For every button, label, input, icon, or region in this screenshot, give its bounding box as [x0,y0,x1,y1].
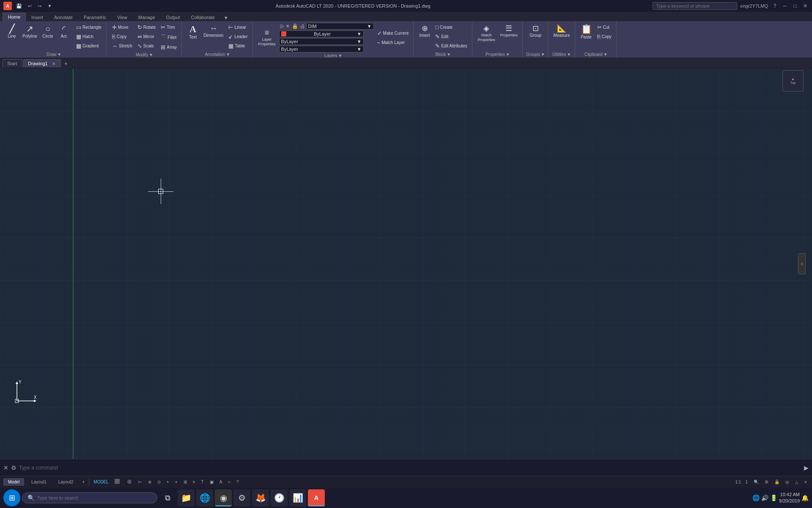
cmd-settings-btn[interactable]: ⚙ [11,464,16,471]
chrome-btn[interactable]: ◉ [215,489,232,506]
match-layer-button[interactable]: ~Match Layer [375,38,411,47]
task-view-btn[interactable]: ⧉ [159,489,176,506]
start-tab[interactable]: Start [3,59,22,67]
clipboard-group-label[interactable]: Clipboard ▼ [584,52,608,57]
mirror-button[interactable]: ⇔Mirror [135,32,158,41]
bylayer-lineweight-dropdown[interactable]: ByLayer ▼ [279,46,364,52]
model-mode-btn[interactable]: MODEL [92,479,110,485]
qat-undo-btn[interactable]: ↩ [26,3,33,10]
add-tab-btn[interactable]: + [62,59,70,68]
measure-button[interactable]: 📐 Measure [551,23,572,40]
groups-group-label[interactable]: Groups ▼ [526,52,545,57]
hatch-button[interactable]: ▦Hatch [74,32,104,41]
anno-monitor-btn[interactable]: △ [793,479,800,485]
polyline-button[interactable]: ↗ Polyline [20,23,39,41]
ducs-btn[interactable]: ⌖ [173,479,179,486]
customize-btn[interactable]: ≡ [803,479,809,485]
edge-btn[interactable]: 🌐 [196,489,213,506]
maximize-btn[interactable]: □ [792,3,798,9]
group-button[interactable]: ⊡ Group [527,23,543,40]
line-button[interactable]: ╱ Line [4,23,19,41]
am-btn[interactable]: A [218,479,224,485]
settings-app-btn[interactable]: ⚙ [233,489,250,506]
snap-btn[interactable] [125,478,134,486]
tpy-btn[interactable]: T [200,479,206,485]
rotate-button[interactable]: ↻Rotate [135,23,158,32]
tab-insert[interactable]: Insert [26,13,49,21]
notifications-icon[interactable]: 🔔 [801,494,809,501]
text-button[interactable]: A Text [185,23,200,41]
layout2-tab[interactable]: Layout2 [54,478,78,486]
system-clock[interactable]: 10:42 AM 9/20/2019 [779,491,800,505]
osnap-btn[interactable]: ⊙ [156,479,162,485]
copy-button[interactable]: ⎘Copy [110,32,134,41]
layers-group-label[interactable]: Layers ▼ [324,53,342,58]
help-btn[interactable]: ? [771,3,778,9]
qat-save-btn[interactable]: 💾 [14,3,24,10]
layer-icon-3[interactable]: 🔒 [291,23,299,30]
insert-button[interactable]: ⊕ Insert [417,23,432,40]
tab-home[interactable]: Home [3,13,26,21]
keyword-search-input[interactable] [653,2,737,10]
tab-parametric[interactable]: Parametric [78,13,112,21]
properties-group-label[interactable]: Properties ▼ [486,52,510,57]
close-btn[interactable]: ✕ [802,3,809,9]
add-layout-btn[interactable]: + [80,479,86,485]
utilities-group-label[interactable]: Utilities ▼ [552,52,571,57]
ortho-btn[interactable]: ⊢ [137,479,144,485]
layer-icon-1[interactable]: ⊙ [279,23,284,30]
layer-icon-2[interactable]: ☀ [285,23,291,30]
tab-annotate[interactable]: Annotate [49,13,78,21]
cut-button[interactable]: ✂Cut [595,23,614,32]
make-current-button[interactable]: ✓Make Current [375,29,411,38]
sc-btn[interactable]: ▣ [208,479,215,485]
array-button[interactable]: ⊞Array [159,43,179,52]
clock-app-btn[interactable]: 🕐 [271,489,288,506]
lock-viewport-btn[interactable]: 🔓 [773,479,781,485]
anno-btn[interactable]: 1 [744,479,750,485]
bylayer-color-dropdown[interactable]: ByLayer ▼ [279,30,364,37]
scale-button[interactable]: ⤡Scale [135,41,158,50]
arc-button[interactable]: ◜ Arc [56,23,71,41]
excel-btn[interactable]: 📊 [289,489,306,506]
drawing1-tab[interactable]: Drawing1 ✕ [23,59,60,67]
volume-icon[interactable]: 🔊 [761,494,768,501]
viewport-nav-cube[interactable]: ▲Top [782,70,804,91]
firefox-btn[interactable]: 🦊 [252,489,269,506]
command-input[interactable] [19,465,801,471]
bylayer-linetype-dropdown[interactable]: ByLayer ▼ [279,38,364,45]
file-explorer-btn[interactable]: 📁 [178,489,195,506]
zoom-btn[interactable]: 🔍 [752,479,760,485]
cmd-arrow-btn[interactable]: ▶ [804,464,809,471]
drawing1-close-btn[interactable]: ✕ [52,61,55,66]
cmd-close-btn[interactable]: ✕ [3,464,8,471]
autocad-taskbar-btn[interactable]: A [308,489,325,506]
taskbar-search-input[interactable] [37,495,152,500]
drawing-area[interactable]: X Y ▲Top ‹ [0,69,812,459]
layer-properties-button[interactable]: ≡ LayerProperties [256,27,278,48]
gradient-button[interactable]: ▩Gradient [74,41,104,50]
trim-button[interactable]: ✂Trim [159,23,179,32]
leader-button[interactable]: ↙Leader [226,32,250,41]
grid-btn[interactable] [113,478,122,486]
minimize-btn[interactable]: ─ [782,3,788,9]
sidebar-collapse-btn[interactable]: ‹ [798,253,806,274]
annotation-group-label[interactable]: Annotation ▼ [205,52,230,57]
dyn-btn[interactable]: ⊞ [182,479,189,485]
ribbon-options-btn[interactable]: ▼ [222,14,230,21]
block-group-label[interactable]: Block ▼ [436,52,451,57]
move-button[interactable]: ✛Move [110,23,134,32]
lwt-btn[interactable]: ≡ [191,479,197,485]
edit-button[interactable]: ✎Edit [433,32,469,41]
qp-btn[interactable]: ? [235,479,241,485]
tab-view[interactable]: View [112,13,133,21]
rectangle-button[interactable]: ▭Rectangle [74,23,104,32]
table-button[interactable]: ▦Table [226,41,250,50]
linear-button[interactable]: ⊢Linear [226,23,250,32]
network-icon[interactable]: 🌐 [752,494,760,501]
qat-redo-btn[interactable]: ↪ [36,3,43,10]
tab-manage[interactable]: Manage [133,13,161,21]
model-tab[interactable]: Model [3,478,24,486]
tab-output[interactable]: Output [161,13,186,21]
layout1-tab[interactable]: Layout1 [27,478,51,486]
